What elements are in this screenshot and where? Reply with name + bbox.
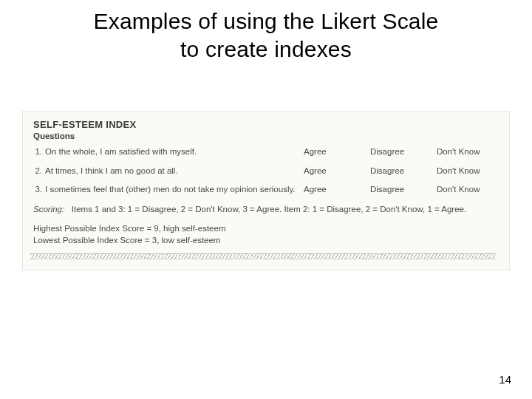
option-disagree: Disagree	[370, 166, 429, 177]
index-title: SELF-ESTEEM INDEX	[33, 119, 496, 130]
score-bounds: Highest Possible Index Score = 9, high s…	[33, 222, 496, 246]
question-row: 3. I sometimes feel that (other) men do …	[30, 184, 496, 196]
title-line-1: Examples of using the Likert Scale	[93, 9, 438, 33]
question-number: 2.	[30, 166, 45, 177]
question-text: On the whole, I am satisfied with myself…	[45, 146, 304, 158]
questions-label: Questions	[33, 132, 496, 140]
option-dont-know: Don't Know	[437, 184, 496, 196]
scoring-note: Scoring: Items 1 and 3: 1 = Disagree, 2 …	[33, 203, 496, 215]
slide: Examples of using the Likert Scale to cr…	[0, 0, 532, 399]
scanned-excerpt: SELF-ESTEEM INDEX Questions 1. On the wh…	[22, 111, 510, 270]
option-disagree: Disagree	[370, 184, 429, 196]
question-text: I sometimes feel that (other) men do not…	[45, 184, 304, 196]
question-number: 1.	[30, 146, 45, 158]
option-agree: Agree	[304, 184, 363, 196]
question-row: 2. At times, I think I am no good at all…	[30, 166, 496, 177]
highest-score: Highest Possible Index Score = 9, high s…	[33, 222, 496, 234]
title-line-2: to create indexes	[180, 37, 352, 61]
question-options: Agree Disagree Don't Know	[304, 184, 496, 196]
question-number: 3.	[30, 184, 45, 196]
question-text: At times, I think I am no good at all.	[45, 166, 304, 177]
scoring-text: Items 1 and 3: 1 = Disagree, 2 = Don't K…	[72, 205, 466, 214]
option-dont-know: Don't Know	[437, 166, 496, 177]
slide-title: Examples of using the Likert Scale to cr…	[0, 0, 532, 63]
page-number: 14	[499, 373, 511, 386]
question-row: 1. On the whole, I am satisfied with mys…	[30, 146, 496, 158]
question-options: Agree Disagree Don't Know	[304, 166, 496, 177]
decorative-divider	[30, 253, 496, 259]
option-agree: Agree	[304, 146, 363, 158]
option-dont-know: Don't Know	[437, 146, 496, 158]
question-options: Agree Disagree Don't Know	[304, 146, 496, 158]
scoring-label: Scoring:	[33, 205, 64, 214]
lowest-score: Lowest Possible Index Score = 3, low sel…	[33, 234, 496, 246]
option-agree: Agree	[304, 166, 363, 177]
option-disagree: Disagree	[370, 146, 429, 158]
